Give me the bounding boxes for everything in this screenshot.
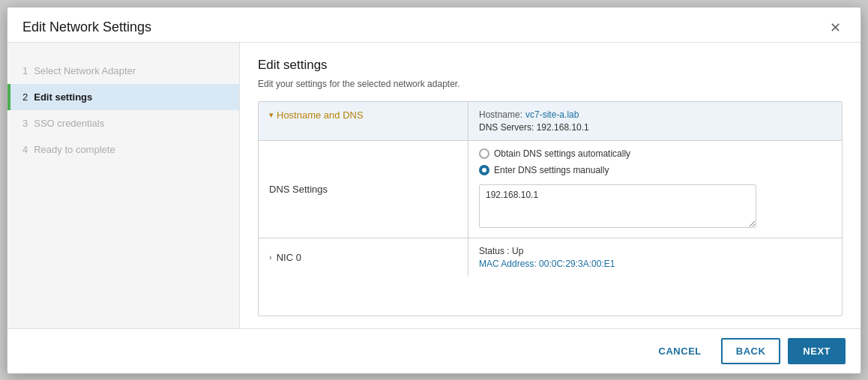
- section-description: Edit your settings for the selected netw…: [258, 79, 843, 89]
- page-title: Edit settings: [258, 58, 843, 73]
- dialog: Edit Network Settings ✕ 1 Select Network…: [7, 7, 861, 374]
- sidebar-item-ready[interactable]: 4 Ready to complete: [7, 136, 239, 163]
- step-label-3: SSO credentials: [34, 118, 104, 129]
- step-num-1: 1: [22, 65, 28, 76]
- chevron-down-icon: ▾: [269, 110, 274, 120]
- settings-table: ▾ Hostname and DNS Hostname: vc7-site-a.…: [258, 101, 843, 316]
- sidebar-item-edit-settings[interactable]: 2 Edit settings: [7, 84, 239, 110]
- nic-mac: MAC Address: 00:0C:29:3A:00:E1: [479, 259, 831, 269]
- hostname-dns-right: Hostname: vc7-site-a.lab DNS Servers: 19…: [468, 102, 842, 140]
- hostname-line: Hostname: vc7-site-a.lab: [479, 109, 831, 120]
- step-label-1: Select Network Adapter: [34, 65, 136, 76]
- dns-settings-row: DNS Settings Obtain DNS settings automat…: [259, 141, 842, 238]
- nic-toggle[interactable]: › NIC 0: [259, 238, 468, 277]
- dns-auto-label: Obtain DNS settings automatically: [494, 148, 630, 159]
- close-button[interactable]: ✕: [825, 19, 846, 36]
- step-num-3: 3: [22, 118, 28, 129]
- chevron-right-icon: ›: [269, 253, 272, 262]
- hostname-dns-label: Hostname and DNS: [277, 109, 364, 121]
- dialog-footer: CANCEL BACK NEXT: [7, 328, 861, 373]
- dns-settings-label: DNS Settings: [259, 141, 468, 238]
- dns-settings-right: Obtain DNS settings automatically Enter …: [468, 141, 842, 238]
- dns-auto-radio-row[interactable]: Obtain DNS settings automatically: [479, 148, 831, 159]
- hostname-dns-row: ▾ Hostname and DNS Hostname: vc7-site-a.…: [259, 102, 842, 141]
- dns-manual-radio[interactable]: [479, 165, 489, 175]
- dns-manual-label: Enter DNS settings manually: [494, 165, 609, 175]
- dialog-header: Edit Network Settings ✕: [7, 7, 861, 43]
- dns-servers-line: DNS Servers: 192.168.10.1: [479, 122, 831, 133]
- step-num-2: 2: [22, 91, 28, 103]
- dns-manual-radio-row[interactable]: Enter DNS settings manually: [479, 165, 831, 175]
- cancel-button[interactable]: CANCEL: [647, 340, 714, 363]
- sidebar-item-sso[interactable]: 3 SSO credentials: [7, 110, 239, 136]
- sidebar: 1 Select Network Adapter 2 Edit settings…: [7, 43, 240, 328]
- hostname-value: vc7-site-a.lab: [525, 109, 579, 120]
- step-num-4: 4: [22, 144, 28, 155]
- hostname-dns-left: ▾ Hostname and DNS: [259, 102, 468, 140]
- main-content: Edit settings Edit your settings for the…: [240, 43, 861, 328]
- dns-auto-radio[interactable]: [479, 148, 489, 159]
- sidebar-item-select-adapter[interactable]: 1 Select Network Adapter: [7, 58, 239, 84]
- hostname-label: Hostname:: [479, 109, 522, 120]
- back-button[interactable]: BACK: [721, 338, 781, 364]
- nic-row: › NIC 0 Status : Up MAC Address: 00:0C:2…: [259, 238, 842, 277]
- nic-label: NIC 0: [277, 252, 301, 263]
- step-label-2: Edit settings: [34, 91, 92, 103]
- dialog-title: Edit Network Settings: [22, 19, 151, 35]
- dns-textarea[interactable]: 192.168.10.1: [479, 184, 756, 228]
- step-label-4: Ready to complete: [34, 144, 115, 155]
- next-button[interactable]: NEXT: [788, 338, 846, 364]
- nic-status: Status : Up: [479, 246, 831, 256]
- nic-right: Status : Up MAC Address: 00:0C:29:3A:00:…: [468, 238, 842, 277]
- dialog-body: 1 Select Network Adapter 2 Edit settings…: [7, 43, 861, 328]
- hostname-dns-toggle[interactable]: ▾ Hostname and DNS: [269, 109, 364, 121]
